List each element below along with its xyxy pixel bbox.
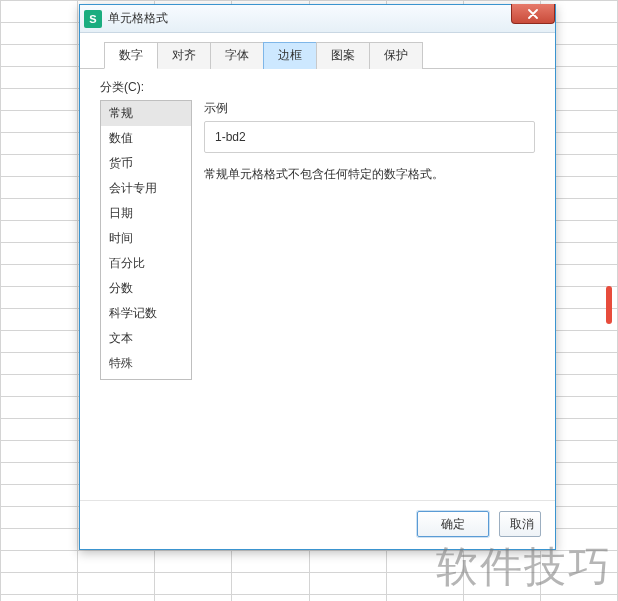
window-title: 单元格格式	[108, 10, 168, 27]
cell[interactable]	[1, 573, 78, 595]
cell[interactable]	[1, 45, 78, 67]
cell[interactable]	[1, 23, 78, 45]
cell[interactable]	[232, 551, 309, 573]
cell[interactable]	[1, 67, 78, 89]
titlebar[interactable]: S 单元格格式	[80, 5, 555, 33]
right-pane: 示例 1-bd2 常规单元格格式不包含任何特定的数字格式。	[204, 100, 535, 494]
tabs: 数字对齐字体边框图案保护	[80, 33, 555, 69]
cell[interactable]	[309, 573, 386, 595]
cell[interactable]	[463, 595, 540, 602]
category-item[interactable]: 百分比	[101, 251, 191, 276]
cell[interactable]	[1, 199, 78, 221]
cell[interactable]	[1, 463, 78, 485]
tab-1[interactable]: 对齐	[157, 42, 211, 69]
cell[interactable]	[1, 1, 78, 23]
cell[interactable]	[540, 595, 617, 602]
cell[interactable]	[1, 441, 78, 463]
ok-button[interactable]: 确定	[417, 511, 489, 537]
example-value: 1-bd2	[204, 121, 535, 153]
cell[interactable]	[1, 89, 78, 111]
example-label: 示例	[204, 100, 535, 117]
dialog-body: 分类(C): 常规数值货币会计专用日期时间百分比分数科学记数文本特殊自定义 示例…	[80, 69, 555, 500]
cell[interactable]	[1, 397, 78, 419]
cell[interactable]	[540, 573, 617, 595]
cell[interactable]	[155, 595, 232, 602]
cell[interactable]	[78, 573, 155, 595]
cell[interactable]	[1, 419, 78, 441]
tab-0[interactable]: 数字	[104, 42, 158, 69]
dialog-footer: 确定 取消	[80, 500, 555, 549]
cell-format-dialog: S 单元格格式 数字对齐字体边框图案保护 分类(C): 常规数值货币会计专用日期…	[79, 4, 556, 550]
cell[interactable]	[1, 243, 78, 265]
category-item[interactable]: 货币	[101, 151, 191, 176]
cell[interactable]	[1, 155, 78, 177]
cell[interactable]	[309, 551, 386, 573]
category-item[interactable]: 日期	[101, 201, 191, 226]
cell[interactable]	[1, 265, 78, 287]
cell[interactable]	[1, 177, 78, 199]
cell[interactable]	[463, 551, 540, 573]
cell[interactable]	[1, 309, 78, 331]
cell[interactable]	[1, 529, 78, 551]
cell[interactable]	[1, 331, 78, 353]
cancel-button[interactable]: 取消	[499, 511, 541, 537]
category-item[interactable]: 时间	[101, 226, 191, 251]
cell[interactable]	[1, 551, 78, 573]
cell[interactable]	[309, 595, 386, 602]
cell[interactable]	[232, 595, 309, 602]
cell[interactable]	[232, 573, 309, 595]
category-item[interactable]: 自定义	[101, 376, 191, 380]
cell[interactable]	[78, 551, 155, 573]
cell[interactable]	[155, 551, 232, 573]
cell[interactable]	[1, 221, 78, 243]
app-icon: S	[84, 10, 102, 28]
cell[interactable]	[386, 595, 463, 602]
cell[interactable]	[1, 507, 78, 529]
category-label: 分类(C):	[100, 79, 535, 96]
category-item[interactable]: 特殊	[101, 351, 191, 376]
cell[interactable]	[1, 287, 78, 309]
cell[interactable]	[386, 551, 463, 573]
category-item[interactable]: 科学记数	[101, 301, 191, 326]
cell[interactable]	[155, 573, 232, 595]
cell[interactable]	[1, 375, 78, 397]
cell[interactable]	[1, 353, 78, 375]
tab-3[interactable]: 边框	[263, 42, 317, 69]
close-icon	[527, 9, 539, 19]
tab-2[interactable]: 字体	[210, 42, 264, 69]
cell[interactable]	[1, 111, 78, 133]
cell[interactable]	[540, 551, 617, 573]
close-button[interactable]	[511, 4, 555, 24]
cell[interactable]	[1, 485, 78, 507]
category-item[interactable]: 文本	[101, 326, 191, 351]
cell[interactable]	[463, 573, 540, 595]
category-list[interactable]: 常规数值货币会计专用日期时间百分比分数科学记数文本特殊自定义	[100, 100, 192, 380]
cell[interactable]	[78, 595, 155, 602]
category-item[interactable]: 数值	[101, 126, 191, 151]
category-item[interactable]: 会计专用	[101, 176, 191, 201]
format-description: 常规单元格格式不包含任何特定的数字格式。	[204, 165, 535, 184]
category-item[interactable]: 分数	[101, 276, 191, 301]
cell[interactable]	[386, 573, 463, 595]
scrollbar-marker	[606, 286, 612, 324]
cell[interactable]	[1, 133, 78, 155]
category-item[interactable]: 常规	[101, 101, 191, 126]
tab-4[interactable]: 图案	[316, 42, 370, 69]
tab-5[interactable]: 保护	[369, 42, 423, 69]
cell[interactable]	[1, 595, 78, 602]
